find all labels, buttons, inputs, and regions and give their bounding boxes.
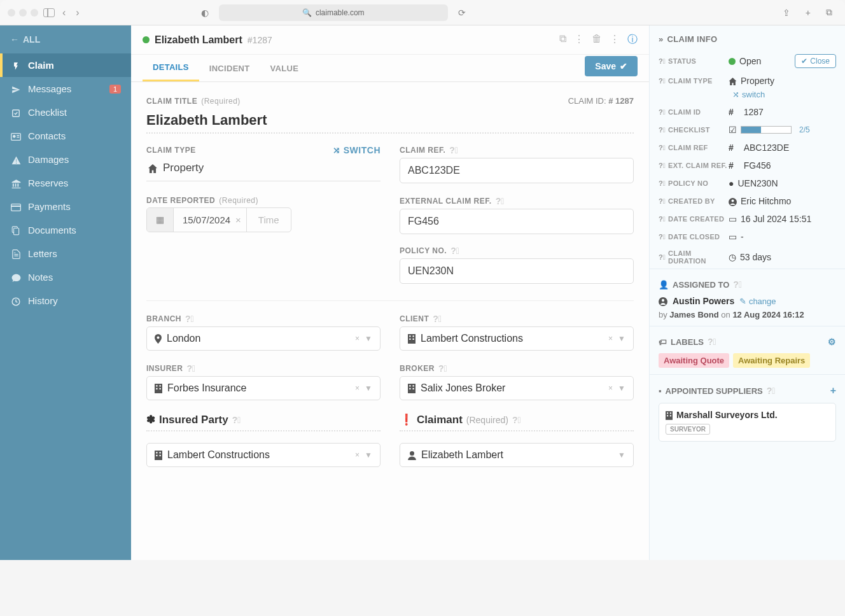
help-icon[interactable]: ?⃝ bbox=[496, 196, 505, 206]
help-icon[interactable]: ?⃝ bbox=[659, 197, 666, 205]
tabs-icon[interactable]: ⧉ bbox=[821, 7, 837, 18]
help-icon[interactable]: ?⃝ bbox=[708, 337, 716, 347]
switch-type-link-side[interactable]: ⤨switch bbox=[723, 90, 845, 103]
sidebar-all[interactable]: ← ALL bbox=[0, 25, 131, 53]
sidebar-item-notes[interactable]: Notes bbox=[0, 265, 131, 289]
tag-icon: 🏷 bbox=[659, 337, 667, 347]
clear-icon[interactable]: × bbox=[608, 334, 613, 343]
client-select[interactable]: Lambert Constructions ×▼ bbox=[400, 326, 634, 351]
help-icon[interactable]: ?⃝ bbox=[659, 215, 666, 223]
help-icon[interactable]: ?⃝ bbox=[767, 386, 776, 396]
svg-point-28 bbox=[732, 199, 734, 202]
help-icon[interactable]: ?⃝ bbox=[512, 415, 521, 425]
info-icon[interactable]: ⓘ bbox=[627, 33, 638, 46]
close-window[interactable] bbox=[8, 9, 15, 17]
tab-value[interactable]: VALUE bbox=[260, 56, 309, 81]
help-icon[interactable]: ?⃝ bbox=[659, 126, 666, 134]
user-icon bbox=[729, 196, 737, 206]
clear-icon[interactable]: × bbox=[355, 451, 360, 459]
claimant-select[interactable]: Elizabeth Lambert ▼ bbox=[400, 443, 634, 467]
sidebar-item-history[interactable]: History bbox=[0, 289, 131, 312]
svg-rect-35 bbox=[670, 416, 671, 417]
help-icon[interactable]: ?⃝ bbox=[659, 162, 666, 169]
help-icon[interactable]: ?⃝ bbox=[659, 233, 666, 241]
tabs: DETAILS INCIDENT VALUE Save ✔ bbox=[131, 55, 649, 82]
help-icon[interactable]: ?⃝ bbox=[659, 77, 666, 85]
bank-icon bbox=[10, 178, 22, 188]
more-icon[interactable]: ⋮ bbox=[574, 33, 584, 46]
sidebar-item-messages[interactable]: Messages 1 bbox=[0, 77, 131, 101]
chevron-down-icon: ▼ bbox=[365, 334, 372, 343]
close-claim-button[interactable]: ✔Close bbox=[795, 54, 836, 68]
sidebar-item-payments[interactable]: Payments bbox=[0, 195, 131, 218]
date-reported-input[interactable]: ▦ 15/07/2024 × Time bbox=[146, 207, 291, 232]
external-ref-input[interactable] bbox=[400, 209, 634, 234]
supplier-tag: SURVEYOR bbox=[666, 424, 710, 435]
sidebar-item-damages[interactable]: Damages bbox=[0, 148, 131, 171]
help-icon[interactable]: ?⃝ bbox=[433, 314, 442, 324]
chevron-down-icon: ▼ bbox=[365, 451, 372, 459]
broker-select[interactable]: Salix Jones Broker ×▼ bbox=[400, 376, 634, 400]
help-icon[interactable]: ?⃝ bbox=[659, 253, 666, 261]
supplier-card[interactable]: Marshall Surveyors Ltd. SURVEYOR bbox=[659, 403, 836, 442]
help-icon[interactable]: ?⃝ bbox=[450, 246, 459, 256]
share-icon[interactable]: ⇪ bbox=[778, 8, 795, 18]
sidebar-item-label: Damages bbox=[28, 154, 69, 165]
refresh-icon[interactable]: ⟳ bbox=[453, 8, 471, 18]
minimize-window[interactable] bbox=[19, 9, 27, 17]
pin-icon bbox=[155, 333, 162, 344]
save-button[interactable]: Save ✔ bbox=[585, 56, 638, 76]
clear-icon[interactable]: × bbox=[355, 384, 360, 393]
help-icon[interactable]: ?⃝ bbox=[185, 314, 194, 324]
insured-select[interactable]: Lambert Constructions ×▼ bbox=[146, 443, 381, 467]
check-icon: ✔ bbox=[620, 61, 627, 71]
sidebar-item-checklist[interactable]: Checklist bbox=[0, 101, 131, 124]
sidebar-item-label: Contacts bbox=[28, 130, 66, 141]
clear-icon[interactable]: × bbox=[355, 334, 360, 343]
sidebar-toggle-icon[interactable] bbox=[43, 8, 55, 17]
sidebar-item-contacts[interactable]: Contacts bbox=[0, 124, 131, 148]
broker-label: BROKER ?⃝ bbox=[400, 363, 634, 374]
sidebar-item-reserves[interactable]: Reserves bbox=[0, 171, 131, 195]
building-icon: ▪ bbox=[659, 386, 662, 396]
maximize-window[interactable] bbox=[31, 9, 38, 17]
help-icon[interactable]: ?⃝ bbox=[659, 108, 666, 116]
branch-select[interactable]: London ×▼ bbox=[146, 326, 381, 351]
clear-date-icon[interactable]: × bbox=[235, 214, 241, 225]
sidebar-all-label: ALL bbox=[23, 34, 40, 45]
copy-icon[interactable]: ⧉ bbox=[559, 33, 566, 46]
gear-icon[interactable]: ⚙ bbox=[828, 337, 836, 347]
help-icon[interactable]: ?⃝ bbox=[438, 363, 447, 374]
claim-ref-input[interactable] bbox=[400, 158, 634, 183]
sidebar-item-documents[interactable]: Documents bbox=[0, 218, 131, 242]
sidebar-item-claim[interactable]: Claim bbox=[0, 53, 131, 77]
label-awaiting-quote[interactable]: Awaiting Quote bbox=[659, 353, 729, 368]
help-icon[interactable]: ?⃝ bbox=[659, 144, 666, 151]
insurer-select[interactable]: Forbes Insurance ×▼ bbox=[146, 376, 381, 400]
clear-icon[interactable]: × bbox=[608, 384, 613, 393]
time-input[interactable]: Time bbox=[246, 208, 291, 232]
more-icon-2[interactable]: ⋮ bbox=[610, 33, 620, 46]
add-supplier-button[interactable]: + bbox=[830, 385, 836, 396]
policy-input[interactable] bbox=[400, 258, 634, 284]
privacy-icon[interactable]: ◐ bbox=[196, 8, 214, 18]
help-icon[interactable]: ?⃝ bbox=[232, 415, 241, 425]
trash-icon[interactable]: 🗑 bbox=[592, 33, 602, 46]
help-icon[interactable]: ?⃝ bbox=[659, 57, 666, 65]
help-icon[interactable]: ?⃝ bbox=[449, 145, 458, 155]
tab-details[interactable]: DETAILS bbox=[143, 55, 199, 81]
tab-incident[interactable]: INCIDENT bbox=[199, 56, 260, 81]
switch-type-link[interactable]: ⤨ switch bbox=[333, 145, 381, 155]
sidebar-item-letters[interactable]: Letters bbox=[0, 242, 131, 265]
help-icon[interactable]: ?⃝ bbox=[187, 363, 196, 374]
new-tab-icon[interactable]: + bbox=[800, 8, 816, 18]
label-awaiting-repairs[interactable]: Awaiting Repairs bbox=[733, 353, 810, 368]
forward-button[interactable]: › bbox=[73, 7, 81, 18]
help-icon[interactable]: ?⃝ bbox=[733, 279, 742, 290]
url-bar[interactable]: 🔍 claimable.com bbox=[219, 4, 448, 21]
back-button[interactable]: ‹ bbox=[60, 7, 68, 18]
change-assigned-link[interactable]: ✎ change bbox=[739, 297, 776, 306]
claim-title-value[interactable]: Elizabeth Lambert bbox=[146, 112, 634, 129]
help-icon[interactable]: ?⃝ bbox=[659, 179, 666, 187]
date-reported-label: DATE REPORTED (Required) bbox=[146, 196, 381, 205]
